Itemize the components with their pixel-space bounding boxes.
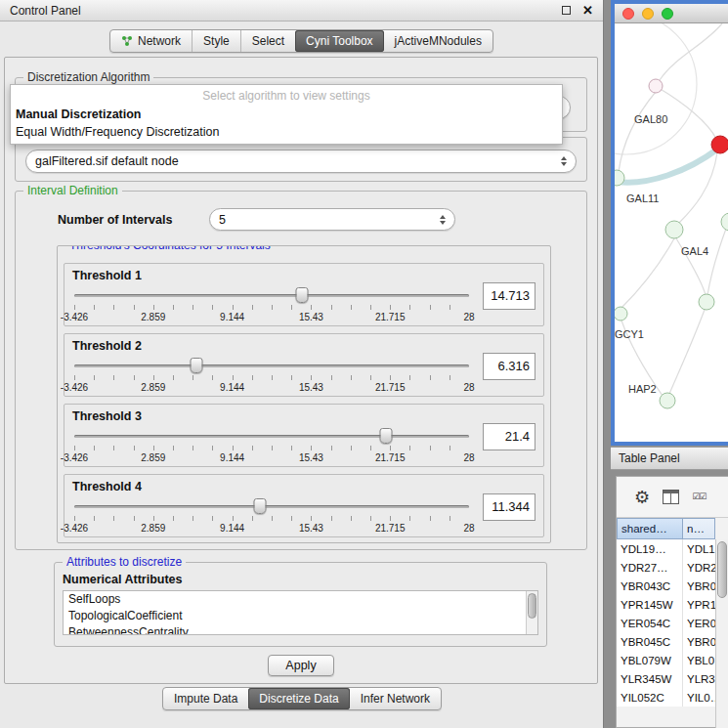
gear-icon[interactable]: ⚙: [634, 489, 650, 506]
slider-thumb[interactable]: [253, 498, 266, 514]
table-cell[interactable]: YPR145W: [617, 595, 683, 614]
numerical-attributes-list[interactable]: SelfLoops TopologicalCoefficient Between…: [63, 590, 538, 635]
table-cell[interactable]: YER054C: [617, 614, 683, 632]
tick-label: 15.43: [299, 452, 323, 463]
column-header-shared[interactable]: shared…: [617, 518, 683, 539]
tab-impute-data[interactable]: Impute Data: [163, 688, 248, 709]
table-data-combobox[interactable]: galFiltered.sif default node: [25, 150, 577, 173]
tick-label: 28: [463, 452, 474, 463]
tab-network[interactable]: Network: [110, 30, 192, 52]
dropdown-option-manual-discretization[interactable]: Manual Discretization: [11, 106, 562, 123]
table-row[interactable]: YPR145W YPR1…: [617, 595, 728, 614]
list-item[interactable]: BetweennessCentrality: [64, 624, 537, 635]
table-cell[interactable]: YBL0…: [683, 651, 715, 669]
network-node[interactable]: [699, 294, 714, 310]
select-columns-icon[interactable]: ☑☑: [692, 492, 706, 501]
dropdown-placeholder-option[interactable]: Select algorithm to view settings: [11, 85, 562, 106]
table-cell[interactable]: YBR0…: [683, 577, 715, 595]
float-window-icon[interactable]: [562, 6, 571, 15]
table-cell[interactable]: YBR0…: [683, 632, 715, 651]
table-cell[interactable]: YPR1…: [683, 595, 715, 614]
threshold-row-1: Threshold 1 -3.426 2.859 9.144 15.43 21.…: [64, 263, 544, 326]
table-cell[interactable]: YDL19…: [617, 539, 683, 558]
table-cell[interactable]: YLR3…: [683, 669, 715, 688]
top-tabbar: Network Style Select Cyni Toolbox jActiv…: [0, 21, 603, 59]
threshold-slider-area: Threshold 2 -3.426 2.859 9.144 15.43 21.…: [72, 339, 483, 393]
slider-thumb[interactable]: [380, 428, 393, 444]
table-header-row: shared… n…: [617, 518, 728, 539]
slider-tick-marks: [74, 516, 469, 521]
threshold-2-value-field[interactable]: 6.316: [483, 353, 535, 380]
network-edge: [660, 23, 722, 80]
tick-label: 2.859: [141, 312, 165, 322]
table-row[interactable]: YBR043C YBR0…: [617, 577, 728, 595]
minimize-traffic-light-icon[interactable]: [642, 8, 654, 20]
network-node[interactable]: [615, 307, 627, 321]
network-canvas[interactable]: GAL80 GAL11 GAL4 GCY1 HAP2: [615, 23, 728, 442]
threshold-2-slider[interactable]: [74, 358, 469, 373]
tab-cyni-toolbox[interactable]: Cyni Toolbox: [295, 30, 383, 52]
table-toolbar: ⚙ ☑☑: [617, 477, 728, 518]
zoom-traffic-light-icon[interactable]: [662, 8, 673, 20]
apply-button[interactable]: Apply: [268, 655, 334, 676]
table-row[interactable]: YDR27… YDR2…: [617, 558, 728, 577]
table-row[interactable]: YBR045C YBR0…: [617, 632, 728, 651]
network-node[interactable]: [660, 393, 675, 408]
slider-tick-labels: -3.426 2.859 9.144 15.43 21.715 28: [74, 523, 469, 534]
table-scrollbar[interactable]: [715, 539, 728, 728]
table-row[interactable]: YDL19… YDL1…: [617, 539, 728, 558]
table-row[interactable]: YER054C YER0…: [617, 614, 728, 632]
slider-track[interactable]: [74, 505, 469, 508]
slider-track[interactable]: [74, 435, 469, 438]
slider-thumb[interactable]: [191, 358, 203, 373]
table-row[interactable]: YLR345W YLR3…: [617, 669, 728, 688]
network-node[interactable]: [649, 79, 663, 93]
tab-style[interactable]: Style: [192, 30, 240, 52]
threshold-4-slider[interactable]: [74, 498, 469, 514]
list-item[interactable]: TopologicalCoefficient: [64, 608, 537, 624]
slider-track[interactable]: [74, 294, 469, 297]
list-scrollbar[interactable]: [526, 591, 537, 634]
table-cell[interactable]: YDR2…: [683, 558, 715, 577]
table-cell[interactable]: YBR045C: [617, 632, 683, 651]
table-cell[interactable]: YDR27…: [617, 558, 683, 577]
scrollbar-thumb[interactable]: [528, 593, 536, 619]
threshold-3-value-field[interactable]: 21.4: [483, 423, 535, 450]
list-item[interactable]: SelfLoops: [64, 591, 537, 608]
tab-select[interactable]: Select: [240, 30, 295, 52]
columns-icon[interactable]: [663, 490, 679, 504]
column-header-n[interactable]: n…: [683, 518, 715, 539]
slider-tick-labels: -3.426 2.859 9.144 15.43 21.715 28: [74, 382, 469, 393]
close-traffic-light-icon[interactable]: [622, 8, 634, 20]
table-cell[interactable]: YER0…: [683, 614, 715, 632]
threshold-1-slider[interactable]: [74, 287, 469, 303]
tab-jactivemnodules[interactable]: jActiveMNodules: [384, 30, 492, 52]
dropdown-option-equal-width[interactable]: Equal Width/Frequency Discretization: [11, 123, 562, 141]
network-node[interactable]: [721, 213, 728, 231]
slider-thumb[interactable]: [296, 287, 309, 303]
network-node-highlighted[interactable]: [711, 136, 728, 153]
network-node[interactable]: [665, 221, 683, 238]
table-cell[interactable]: YBL079W: [617, 651, 683, 669]
tab-discretize-data[interactable]: Discretize Data: [248, 688, 349, 709]
control-panel-window: Control Panel ✕ Network Style S: [0, 0, 604, 728]
threshold-3-slider[interactable]: [74, 428, 469, 444]
table-row[interactable]: YBL079W YBL0…: [617, 651, 728, 669]
slider-track[interactable]: [74, 364, 469, 367]
table-cell[interactable]: YBR043C: [617, 577, 683, 595]
tick-label: 2.859: [141, 523, 165, 534]
tab-infer-network[interactable]: Infer Network: [350, 688, 441, 709]
combo-stepper-icon: [555, 156, 567, 166]
number-of-intervals-combobox[interactable]: 5: [209, 208, 455, 231]
table-cell[interactable]: YIL0…: [683, 688, 715, 707]
table-row[interactable]: YIL052C YIL0…: [617, 688, 728, 707]
table-cell[interactable]: YDL1…: [683, 539, 715, 558]
table-cell[interactable]: YLR345W: [617, 669, 683, 688]
threshold-1-value-field[interactable]: 14.713: [483, 282, 535, 310]
threshold-4-value-field[interactable]: 11.344: [483, 493, 535, 521]
tick-label: 21.715: [375, 312, 406, 322]
network-edge: [707, 229, 726, 295]
scrollbar-thumb[interactable]: [717, 541, 727, 598]
close-icon[interactable]: ✕: [582, 4, 593, 17]
table-cell[interactable]: YIL052C: [617, 688, 683, 707]
